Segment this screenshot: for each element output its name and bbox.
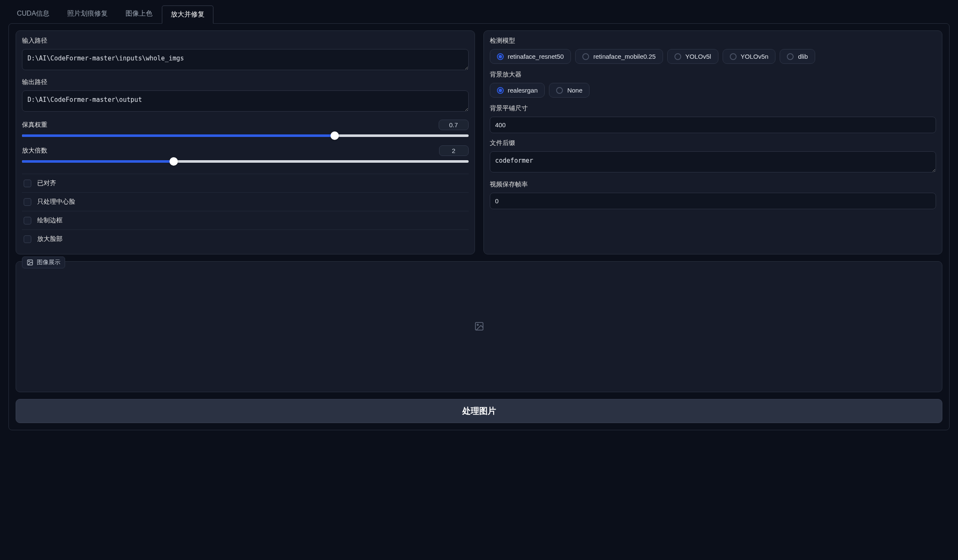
detection-model-group: retinaface_resnet50 retinaface_mobile0.2… — [490, 49, 936, 64]
check-aligned[interactable]: 已对齐 — [22, 174, 469, 192]
radio-none[interactable]: None — [549, 83, 590, 98]
radio-dlib[interactable]: dlib — [780, 49, 815, 64]
checkbox-icon — [24, 198, 31, 206]
radio-label: None — [567, 87, 582, 94]
radio-label: realesrgan — [508, 87, 538, 94]
image-icon — [27, 259, 33, 266]
fps-label: 视频保存帧率 — [490, 180, 936, 188]
tab-upscale-repair[interactable]: 放大并修复 — [162, 5, 213, 24]
checkbox-icon — [24, 180, 31, 187]
check-face-upsample[interactable]: 放大脸部 — [22, 229, 469, 248]
bg-upsampler-group: realesrgan None — [490, 83, 936, 98]
upscale-value[interactable]: 2 — [439, 145, 469, 156]
bg-upsampler-label: 背景放大器 — [490, 71, 936, 79]
fidelity-value[interactable]: 0.7 — [439, 120, 469, 130]
fidelity-label: 保真权重 — [22, 121, 47, 129]
radio-icon — [582, 53, 589, 60]
tab-colorize[interactable]: 图像上色 — [117, 5, 161, 23]
process-button[interactable]: 处理图片 — [16, 399, 942, 423]
fidelity-slider[interactable] — [22, 134, 469, 137]
radio-icon — [730, 53, 737, 60]
fps-input[interactable] — [490, 193, 936, 209]
radio-retinaface-resnet50[interactable]: retinaface_resnet50 — [490, 49, 571, 64]
suffix-textarea[interactable] — [490, 151, 936, 172]
check-draw-box-label: 绘制边框 — [37, 216, 63, 224]
tab-scratch[interactable]: 照片划痕修复 — [59, 5, 116, 23]
image-placeholder-icon — [474, 321, 484, 333]
image-preview-label: 图像展示 — [37, 259, 60, 266]
input-path-label: 输入路径 — [22, 37, 469, 45]
suffix-label: 文件后缀 — [490, 139, 936, 147]
detection-model-label: 检测模型 — [490, 37, 936, 45]
check-draw-box[interactable]: 绘制边框 — [22, 211, 469, 229]
radio-icon — [674, 53, 681, 60]
checkbox-icon — [24, 235, 31, 243]
bg-tile-label: 背景平铺尺寸 — [490, 104, 936, 112]
tab-cuda[interactable]: CUDA信息 — [8, 5, 58, 23]
check-aligned-label: 已对齐 — [37, 179, 56, 187]
check-center-face-label: 只处理中心脸 — [37, 198, 75, 206]
radio-label: retinaface_resnet50 — [508, 53, 564, 60]
output-path-textarea[interactable] — [22, 90, 469, 112]
radio-yolov5n[interactable]: YOLOv5n — [723, 49, 776, 64]
image-preview-tag[interactable]: 图像展示 — [22, 257, 65, 268]
radio-label: retinaface_mobile0.25 — [593, 53, 656, 60]
svg-point-3 — [477, 324, 478, 325]
bg-tile-input[interactable] — [490, 117, 936, 133]
radio-label: YOLOv5n — [741, 53, 769, 60]
radio-icon — [787, 53, 794, 60]
radio-label: dlib — [798, 53, 808, 60]
radio-icon — [497, 87, 504, 94]
upscale-slider[interactable] — [22, 160, 469, 163]
tabs: CUDA信息 照片划痕修复 图像上色 放大并修复 — [8, 5, 950, 23]
check-center-face[interactable]: 只处理中心脸 — [22, 192, 469, 211]
output-path-label: 输出路径 — [22, 78, 469, 86]
checkbox-icon — [24, 217, 31, 224]
svg-point-1 — [29, 261, 30, 262]
content: 输入路径 输出路径 保真权重 0.7 放大倍数 2 — [8, 23, 950, 430]
radio-realesrgan[interactable]: realesrgan — [490, 83, 545, 98]
radio-label: YOLOv5l — [685, 53, 711, 60]
left-panel: 输入路径 输出路径 保真权重 0.7 放大倍数 2 — [16, 30, 475, 254]
radio-icon — [556, 87, 563, 94]
check-face-upsample-label: 放大脸部 — [37, 235, 63, 243]
radio-retinaface-mobile[interactable]: retinaface_mobile0.25 — [575, 49, 663, 64]
radio-icon — [497, 53, 504, 60]
radio-yolov5l[interactable]: YOLOv5l — [667, 49, 718, 64]
input-path-textarea[interactable] — [22, 49, 469, 70]
right-panel: 检测模型 retinaface_resnet50 retinaface_mobi… — [483, 30, 943, 254]
upscale-label: 放大倍数 — [22, 147, 47, 155]
image-preview-panel: 图像展示 — [16, 261, 942, 392]
